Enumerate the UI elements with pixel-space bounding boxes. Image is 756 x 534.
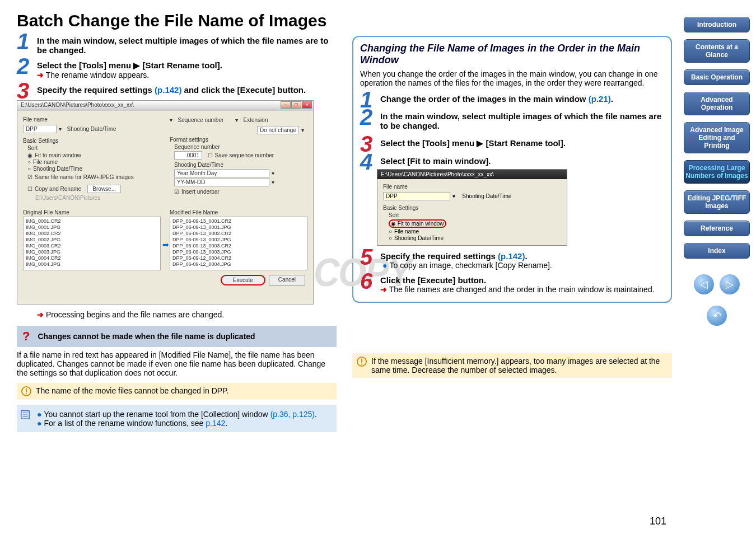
warning-icon: [21, 386, 31, 396]
prev-page-button[interactable]: ◁: [694, 274, 714, 294]
step-1: 1: [17, 29, 29, 54]
link-p36-125[interactable]: (p.36, p.125): [270, 410, 315, 419]
arrow-icon: ➡: [162, 240, 169, 249]
nav-editing[interactable]: Editing JPEG/TIFF Images: [684, 190, 750, 214]
warning-icon: [357, 357, 367, 367]
browse-button[interactable]: Browse...: [87, 185, 121, 193]
svg-rect-2: [26, 394, 27, 395]
link-p142-3[interactable]: (p.142): [498, 251, 525, 261]
step-2-note: ➜ The rename window appears.: [37, 71, 337, 79]
nav-advanced[interactable]: Advanced Operation: [684, 92, 750, 115]
tip-box: ●You cannot start up the rename tool fro…: [17, 405, 337, 432]
rename-window-screenshot: E:\Users\CANON\Pictures\Photo\xxxx_xx_xx…: [17, 100, 314, 305]
filename-dropdown[interactable]: DPP: [23, 125, 57, 133]
min-icon: –: [281, 101, 291, 109]
nav-introduction[interactable]: Introduction: [684, 17, 750, 32]
list-icon: [20, 410, 30, 420]
back-button[interactable]: ↶: [707, 306, 727, 326]
nav-contents[interactable]: Contents at a Glance: [684, 39, 750, 63]
ext-dropdown[interactable]: Do not change: [257, 126, 299, 134]
page-title: Batch Change the File Name of Images: [17, 11, 672, 30]
help-box: ? Changes cannot be made when the file n…: [17, 326, 337, 347]
link-p142[interactable]: (p.142): [155, 85, 181, 95]
question-icon: ?: [22, 329, 30, 344]
nav-basic[interactable]: Basic Operation: [684, 69, 750, 85]
help-body: If a file name in red text has appeared …: [17, 350, 337, 377]
warning-box-1: The name of the movie files cannot be ch…: [17, 383, 337, 400]
step-2: 2: [17, 54, 29, 79]
rstep-4: 4: [360, 149, 372, 175]
link-p142-2[interactable]: p.142: [206, 419, 225, 428]
nav-adv-editing[interactable]: Advanced Image Editing and Printing: [684, 122, 750, 153]
svg-rect-8: [361, 359, 362, 363]
nav-processing[interactable]: Processing Large Numbers of Images: [684, 160, 750, 184]
nav-sidebar: Introduction Contents at a Glance Basic …: [678, 0, 756, 534]
nav-reference[interactable]: Reference: [684, 221, 750, 236]
filename-dropdown-2[interactable]: DPP: [383, 192, 450, 200]
rstep-2: 2: [360, 105, 372, 130]
svg-rect-9: [361, 364, 362, 365]
sub-procedure-box: Changing the File Name of Images in the …: [352, 36, 672, 303]
nav-index[interactable]: Index: [684, 243, 750, 259]
rstep-6: 6: [360, 269, 372, 294]
page-number: 101: [650, 516, 666, 527]
ymd-dropdown[interactable]: Year Month Day: [174, 169, 269, 177]
step-2-text: Select the [Tools] menu ▶ [Start Rename …: [37, 60, 337, 71]
original-file-list: IMG_0001.CR2IMG_0001.JPGIMG_0002.CR2IMG_…: [23, 217, 161, 270]
svg-rect-1: [26, 388, 27, 392]
processing-note: ➜ Processing begins and the file names a…: [17, 310, 337, 319]
rstep-5: 5: [360, 245, 372, 270]
fmt-dropdown[interactable]: YY-MM-DD: [174, 178, 269, 186]
link-p21[interactable]: (p.21): [589, 94, 611, 104]
cancel-button[interactable]: Cancel: [269, 275, 305, 285]
step-3-text: Specify the required settings (p.142) an…: [37, 85, 337, 95]
step-1-text: In the main window, select multiple imag…: [37, 36, 337, 55]
execute-button[interactable]: Execute: [221, 275, 265, 285]
fit-window-screenshot: E:\Users\CANON\Pictures\Photo\xxxx_xx_xx…: [377, 169, 567, 246]
seq-input[interactable]: 0001: [174, 151, 202, 160]
max-icon: □: [291, 101, 301, 109]
next-page-button[interactable]: ▷: [720, 274, 740, 294]
modified-file-list: DPP_06-09-13_0001.CR2DPP_06-09-13_0001.J…: [170, 217, 307, 270]
warning-box-2: If the message [Insufficient memory.] ap…: [352, 353, 672, 378]
close-icon: ×: [302, 101, 312, 109]
